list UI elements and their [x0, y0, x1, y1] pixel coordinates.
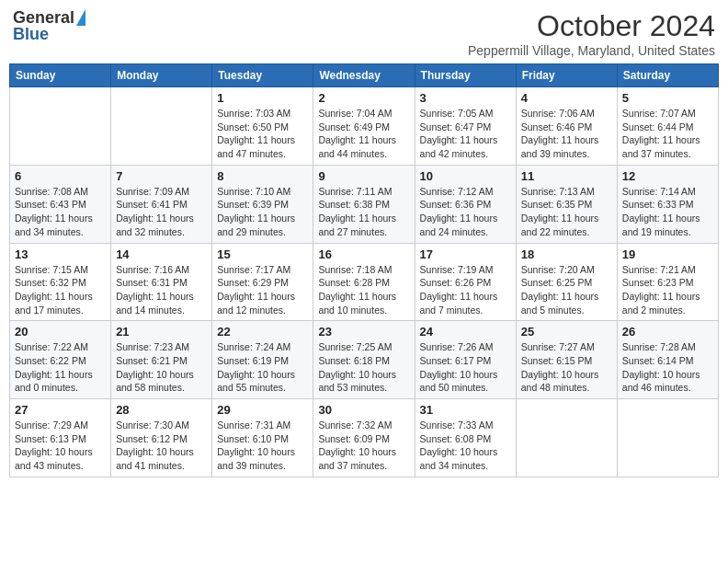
day-number: 1: [217, 91, 308, 105]
calendar-cell: 24Sunrise: 7:26 AM Sunset: 6:17 PM Dayli…: [415, 321, 516, 399]
day-info: Sunrise: 7:28 AM Sunset: 6:14 PM Dayligh…: [622, 340, 713, 395]
day-info: Sunrise: 7:12 AM Sunset: 6:36 PM Dayligh…: [420, 185, 511, 239]
day-number: 17: [420, 247, 511, 261]
day-number: 29: [217, 403, 308, 417]
day-info: Sunrise: 7:26 AM Sunset: 6:17 PM Dayligh…: [420, 340, 511, 395]
calendar-cell: 1Sunrise: 7:03 AM Sunset: 6:50 PM Daylig…: [212, 87, 313, 166]
calendar-cell: 21Sunrise: 7:23 AM Sunset: 6:21 PM Dayli…: [111, 321, 212, 399]
day-info: Sunrise: 7:13 AM Sunset: 6:35 PM Dayligh…: [521, 185, 612, 239]
calendar-cell: [617, 399, 718, 477]
day-number: 22: [217, 325, 308, 339]
day-info: Sunrise: 7:19 AM Sunset: 6:26 PM Dayligh…: [420, 263, 511, 317]
day-info: Sunrise: 7:05 AM Sunset: 6:47 PM Dayligh…: [420, 107, 511, 161]
day-number: 28: [116, 403, 207, 417]
day-number: 25: [521, 325, 612, 339]
day-number: 27: [15, 403, 106, 417]
calendar-cell: 23Sunrise: 7:25 AM Sunset: 6:18 PM Dayli…: [313, 321, 415, 399]
day-number: 19: [622, 247, 713, 261]
day-info: Sunrise: 7:14 AM Sunset: 6:33 PM Dayligh…: [622, 185, 713, 239]
day-number: 8: [217, 169, 308, 183]
calendar-cell: 15Sunrise: 7:17 AM Sunset: 6:29 PM Dayli…: [212, 243, 313, 321]
day-info: Sunrise: 7:31 AM Sunset: 6:10 PM Dayligh…: [217, 419, 308, 473]
day-info: Sunrise: 7:10 AM Sunset: 6:39 PM Dayligh…: [217, 185, 308, 239]
title-block: October 2024 Peppermill Village, Marylan…: [468, 9, 715, 58]
day-number: 21: [116, 325, 207, 339]
day-info: Sunrise: 7:06 AM Sunset: 6:46 PM Dayligh…: [521, 107, 612, 161]
day-info: Sunrise: 7:32 AM Sunset: 6:09 PM Dayligh…: [318, 419, 409, 473]
calendar-cell: 7Sunrise: 7:09 AM Sunset: 6:41 PM Daylig…: [111, 165, 212, 243]
calendar-cell: 4Sunrise: 7:06 AM Sunset: 6:46 PM Daylig…: [516, 87, 617, 166]
day-number: 6: [15, 169, 106, 183]
calendar-cell: 3Sunrise: 7:05 AM Sunset: 6:47 PM Daylig…: [415, 87, 516, 166]
calendar-cell: 18Sunrise: 7:20 AM Sunset: 6:25 PM Dayli…: [516, 243, 617, 321]
day-info: Sunrise: 7:09 AM Sunset: 6:41 PM Dayligh…: [116, 185, 207, 239]
day-number: 2: [318, 91, 409, 105]
logo-arrow-icon: [76, 9, 85, 26]
col-header-tuesday: Tuesday: [212, 64, 313, 87]
day-number: 30: [318, 403, 409, 417]
day-info: Sunrise: 7:07 AM Sunset: 6:44 PM Dayligh…: [622, 107, 713, 161]
calendar-cell: 26Sunrise: 7:28 AM Sunset: 6:14 PM Dayli…: [617, 321, 718, 399]
day-number: 18: [521, 247, 612, 261]
day-info: Sunrise: 7:30 AM Sunset: 6:12 PM Dayligh…: [116, 419, 207, 473]
day-number: 11: [521, 169, 612, 183]
calendar-cell: [111, 87, 212, 166]
location-text: Peppermill Village, Maryland, United Sta…: [468, 43, 715, 58]
day-number: 5: [622, 91, 713, 105]
day-number: 13: [15, 247, 106, 261]
day-number: 16: [318, 247, 409, 261]
calendar-cell: 2Sunrise: 7:04 AM Sunset: 6:49 PM Daylig…: [313, 87, 415, 166]
calendar-cell: 6Sunrise: 7:08 AM Sunset: 6:43 PM Daylig…: [10, 165, 111, 243]
day-info: Sunrise: 7:33 AM Sunset: 6:08 PM Dayligh…: [420, 419, 511, 473]
calendar-cell: 25Sunrise: 7:27 AM Sunset: 6:15 PM Dayli…: [516, 321, 617, 399]
day-info: Sunrise: 7:23 AM Sunset: 6:21 PM Dayligh…: [116, 340, 207, 395]
calendar-cell: 12Sunrise: 7:14 AM Sunset: 6:33 PM Dayli…: [617, 165, 718, 243]
calendar-cell: 30Sunrise: 7:32 AM Sunset: 6:09 PM Dayli…: [313, 399, 415, 477]
day-number: 4: [521, 91, 612, 105]
day-info: Sunrise: 7:17 AM Sunset: 6:29 PM Dayligh…: [217, 263, 308, 317]
calendar-cell: 17Sunrise: 7:19 AM Sunset: 6:26 PM Dayli…: [415, 243, 516, 321]
day-info: Sunrise: 7:24 AM Sunset: 6:19 PM Dayligh…: [217, 340, 308, 395]
day-number: 7: [116, 169, 207, 183]
calendar-cell: [516, 399, 617, 477]
logo: General Blue: [13, 9, 85, 42]
day-number: 3: [420, 91, 511, 105]
calendar-cell: 22Sunrise: 7:24 AM Sunset: 6:19 PM Dayli…: [212, 321, 313, 399]
calendar-cell: 29Sunrise: 7:31 AM Sunset: 6:10 PM Dayli…: [212, 399, 313, 477]
day-number: 9: [318, 169, 409, 183]
calendar-cell: 20Sunrise: 7:22 AM Sunset: 6:22 PM Dayli…: [10, 321, 111, 399]
day-info: Sunrise: 7:27 AM Sunset: 6:15 PM Dayligh…: [521, 340, 612, 395]
day-info: Sunrise: 7:21 AM Sunset: 6:23 PM Dayligh…: [622, 263, 713, 317]
calendar-cell: 5Sunrise: 7:07 AM Sunset: 6:44 PM Daylig…: [617, 87, 718, 166]
day-info: Sunrise: 7:15 AM Sunset: 6:32 PM Dayligh…: [15, 263, 106, 317]
day-info: Sunrise: 7:20 AM Sunset: 6:25 PM Dayligh…: [521, 263, 612, 317]
day-info: Sunrise: 7:22 AM Sunset: 6:22 PM Dayligh…: [15, 340, 106, 395]
day-number: 24: [420, 325, 511, 339]
col-header-thursday: Thursday: [415, 64, 516, 87]
calendar-cell: 11Sunrise: 7:13 AM Sunset: 6:35 PM Dayli…: [516, 165, 617, 243]
day-info: Sunrise: 7:18 AM Sunset: 6:28 PM Dayligh…: [318, 263, 409, 317]
calendar-cell: 9Sunrise: 7:11 AM Sunset: 6:38 PM Daylig…: [313, 165, 415, 243]
day-info: Sunrise: 7:25 AM Sunset: 6:18 PM Dayligh…: [318, 340, 409, 395]
day-number: 12: [622, 169, 713, 183]
day-number: 23: [318, 325, 409, 339]
day-number: 15: [217, 247, 308, 261]
day-number: 10: [420, 169, 511, 183]
day-number: 14: [116, 247, 207, 261]
logo-general-text: General: [13, 9, 74, 26]
col-header-monday: Monday: [111, 64, 212, 87]
month-title: October 2024: [468, 9, 715, 43]
calendar-cell: 28Sunrise: 7:30 AM Sunset: 6:12 PM Dayli…: [111, 399, 212, 477]
page-header: General Blue October 2024 Peppermill Vil…: [9, 9, 719, 58]
day-info: Sunrise: 7:29 AM Sunset: 6:13 PM Dayligh…: [15, 419, 106, 473]
col-header-wednesday: Wednesday: [313, 64, 415, 87]
day-info: Sunrise: 7:03 AM Sunset: 6:50 PM Dayligh…: [217, 107, 308, 161]
calendar-cell: 31Sunrise: 7:33 AM Sunset: 6:08 PM Dayli…: [415, 399, 516, 477]
day-info: Sunrise: 7:16 AM Sunset: 6:31 PM Dayligh…: [116, 263, 207, 317]
calendar-cell: 10Sunrise: 7:12 AM Sunset: 6:36 PM Dayli…: [415, 165, 516, 243]
col-header-friday: Friday: [516, 64, 617, 87]
col-header-saturday: Saturday: [617, 64, 718, 87]
calendar-cell: 13Sunrise: 7:15 AM Sunset: 6:32 PM Dayli…: [10, 243, 111, 321]
calendar-cell: 19Sunrise: 7:21 AM Sunset: 6:23 PM Dayli…: [617, 243, 718, 321]
day-info: Sunrise: 7:04 AM Sunset: 6:49 PM Dayligh…: [318, 107, 409, 161]
